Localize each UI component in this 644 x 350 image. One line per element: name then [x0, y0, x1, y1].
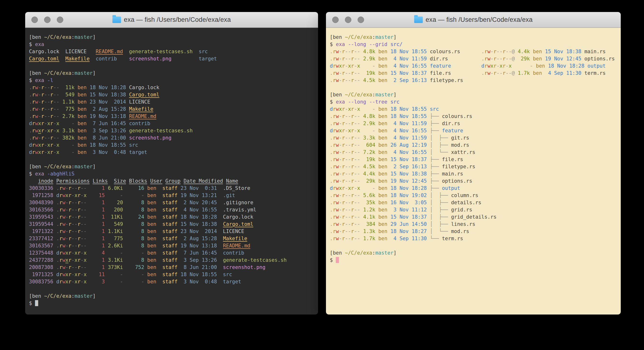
- terminal-line: [29, 156, 315, 163]
- terminal-line: 1971258 drwxr-xr-x 15 - - ben staff 19 N…: [29, 192, 315, 199]
- terminal-line: [ben ~/C/e/exa:master]: [29, 163, 315, 170]
- terminal-line: drwxr-xr-x - ben 7 Jun 16:45 contrib: [29, 120, 315, 127]
- terminal-line: $ exa -l: [29, 77, 315, 84]
- terminal-content[interactable]: [ben ~/C/e/exa:master]$ exaCargo.lock LI…: [25, 28, 318, 314]
- terminal-line: drwxr-xr-x - ben 18 Nov 18:55 src: [330, 106, 618, 113]
- terminal-line: $ exa -abghHliS: [29, 170, 315, 178]
- terminal-line: .rw-r--r-- 549 ben 15 Nov 18:38 Cargo.to…: [29, 91, 315, 98]
- terminal-line: 1971322 .rw-r--r-- 1 1.1Ki 8 ben staff 2…: [29, 228, 315, 235]
- terminal-line: .rw-r--r-- 1.7k ben 4 Sep 11:30 └── term…: [330, 235, 618, 242]
- terminal-line: $ exa: [29, 41, 315, 48]
- terminal-line: .rw-r--r-- 1.3k ben 18 Nov 18:27 │ └── m…: [330, 228, 618, 235]
- terminal-line: .rw-r--r-- 4.8k ben 18 Nov 18:55 ├── col…: [330, 113, 618, 120]
- window-title: exa — fish /Users/ben/Code/exa/exa: [124, 16, 231, 24]
- terminal-line: Cargo.lock LICENCE README.md generate-te…: [29, 48, 315, 55]
- terminal-line: .rw-r--r-- 19k ben 15 Nov 18:37 file.rs …: [330, 70, 618, 77]
- terminal-line: .rw-r--r-- 1.1k ben 23 Nov 2014 LICENCE: [29, 98, 315, 106]
- title-area: exa — fish /Users/ben/Code/exa/exa: [25, 12, 318, 27]
- terminal-line: 1971325 drwxr-xr-x 11 - - ben staff 18 N…: [29, 271, 315, 278]
- terminal-line: .rw-r--r-- 1.2k ben 3 Nov 11:12 │ ├── gr…: [330, 206, 618, 213]
- terminal-line: [ben ~/C/e/exa:master]: [330, 91, 618, 98]
- terminal-line: .rwxr-xr-x 3.1k ben 3 Sep 13:26 generate…: [29, 127, 315, 134]
- terminal-line: 30163567 .rw-r--r-- 1 2.6Ki 8 ben staff …: [29, 242, 315, 249]
- terminal-line: 30030336 .rw-r--r-- 1 6.0Ki 16 ben staff…: [29, 184, 315, 192]
- terminal-line: [ben ~/C/e/exa:master]: [330, 34, 618, 41]
- terminal-line: .rw-r--r-- 7.2k ben 4 Nov 16:55 │ └── xa…: [330, 149, 618, 156]
- terminal-window-dark: exa — fish /Users/ben/Code/exa/exa [ben …: [25, 12, 318, 314]
- terminal-line: .rw-r--r-- 4.1k ben 15 Nov 18:37 │ ├── g…: [330, 213, 618, 220]
- terminal-line: [29, 62, 315, 70]
- terminal-line: 31959543 .rw-r--r-- 1 11Ki 24 ben staff …: [29, 213, 315, 220]
- terminal-line: [330, 242, 618, 249]
- terminal-line: 30163566 .rw-r--r-- 1 200 8 ben staff 4 …: [29, 206, 315, 213]
- terminal-line: .rw-r--r-- 384 ben 29 Jun 14:50 │ ├── li…: [330, 220, 618, 228]
- terminal-line: 23377412 .rw-r--r-- 1 775 8 ben staff 2 …: [29, 235, 315, 242]
- terminal-line: Cargo.toml Makefile contrib screenshot.p…: [29, 55, 315, 62]
- terminal-line: $ █: [330, 256, 618, 264]
- terminal-line: .rw-r--r-- 2.9k ben 4 Nov 11:59 dir.rs .…: [330, 55, 618, 62]
- terminal-line: .rw-r--r-- 5.6k ben 18 Nov 19:02 │ ├── c…: [330, 192, 618, 199]
- terminal-line: [29, 285, 315, 292]
- terminal-line: drwxr-xr-x - ben 18 Nov 18:55 src: [29, 142, 315, 149]
- terminal-line: .rw-r--r-- 11k ben 18 Nov 18:28 Cargo.lo…: [29, 84, 315, 91]
- terminal-line: .rw-r--r-- 604 ben 26 Aug 12:19 │ ├── mo…: [330, 142, 618, 149]
- terminal-line: .rw-r--r-- 3.3k ben 4 Nov 11:59 │ ├── gi…: [330, 134, 618, 142]
- terminal-window-light: exa — fish /Users/ben/Code/exa/exa [ben …: [326, 12, 621, 314]
- terminal-line: .rw-r--r-- 775 ben 2 Aug 15:28 Makefile: [29, 106, 315, 113]
- window-titlebar[interactable]: exa — fish /Users/ben/Code/exa/exa: [25, 12, 318, 28]
- terminal-line: 12375448 drwxr-xr-x 4 - - ben staff 7 Ju…: [29, 249, 315, 256]
- terminal-line: .rw-r--r-- 2.9k ben 4 Nov 11:59 ├── dir.…: [330, 120, 618, 127]
- terminal-line: 20087308 .rw-r--r-- 1 373Ki 752 ben staf…: [29, 264, 315, 271]
- window-titlebar[interactable]: exa — fish /Users/ben/Code/exa/exa: [326, 12, 621, 28]
- title-area: exa — fish /Users/ben/Code/exa/exa: [326, 12, 621, 27]
- terminal-line: [ben ~/C/e/exa:master]: [330, 249, 618, 256]
- terminal-line: drwxr-xr-x - ben 4 Nov 16:55 feature drw…: [330, 62, 618, 70]
- terminal-line: drwxr-xr-x - ben 3 Nov 0:48 target: [29, 149, 315, 156]
- terminal-line: [ben ~/C/e/exa:master]: [29, 70, 315, 77]
- terminal-line: drwxr-xr-x - ben 18 Nov 18:28 ├── output: [330, 184, 618, 192]
- terminal-line: .rw-r--r-- 4.8k ben 18 Nov 18:55 colours…: [330, 48, 618, 55]
- terminal-line: inode Permissions Links Size Blocks User…: [29, 178, 315, 184]
- terminal-line: .rw-r--r-- 4.5k ben 2 Sep 16:13 ├── file…: [330, 163, 618, 170]
- terminal-line: 24377288 .rwxr-xr-x 1 3.1Ki 8 ben staff …: [29, 256, 315, 264]
- terminal-line: [ben ~/C/e/exa:master]: [29, 292, 315, 300]
- terminal-line: .rw-r--r-- 4.5k ben 2 Sep 16:13 filetype…: [330, 77, 618, 84]
- folder-icon: [112, 16, 121, 23]
- terminal-line: [330, 84, 618, 91]
- terminal-line: drwxr-xr-x - ben 4 Nov 16:55 ├── feature: [330, 127, 618, 134]
- terminal-content[interactable]: [ben ~/C/e/exa:master]$ exa --long --gri…: [326, 28, 621, 314]
- terminal-line: 30048390 .rw-r--r-- 1 20 8 ben staff 2 N…: [29, 199, 315, 206]
- terminal-line: .rw-r--r-- 4.4k ben 15 Nov 18:38 ├── mai…: [330, 170, 618, 178]
- window-title: exa — fish /Users/ben/Code/exa/exa: [426, 16, 533, 24]
- terminal-line: .rw-r--r-- 2.7k ben 19 Nov 13:18 README.…: [29, 113, 315, 120]
- terminal-line: .rw-r--r-- 19k ben 15 Nov 18:37 ├── file…: [330, 156, 618, 163]
- terminal-line: 31959544 .rw-r--r-- 1 549 8 ben staff 15…: [29, 220, 315, 228]
- folder-icon: [414, 16, 423, 23]
- terminal-line: $ exa --long --tree src: [330, 98, 618, 106]
- terminal-line: .rw-r--r-- 382k ben 8 Jun 21:00 screensh…: [29, 134, 315, 142]
- terminal-line: .rw-r--r-- 29k ben 19 Nov 12:45 ├── opti…: [330, 178, 618, 184]
- terminal-line: $ exa --long --grid src/: [330, 41, 618, 48]
- terminal-line: [ben ~/C/e/exa:master]: [29, 34, 315, 41]
- terminal-line: $ █: [29, 300, 315, 307]
- terminal-line: 30083756 drwxr-xr-x 3 - - ben staff 3 No…: [29, 278, 315, 285]
- terminal-line: .rw-r--r-- 35k ben 16 Nov 3:05 │ ├── det…: [330, 199, 618, 206]
